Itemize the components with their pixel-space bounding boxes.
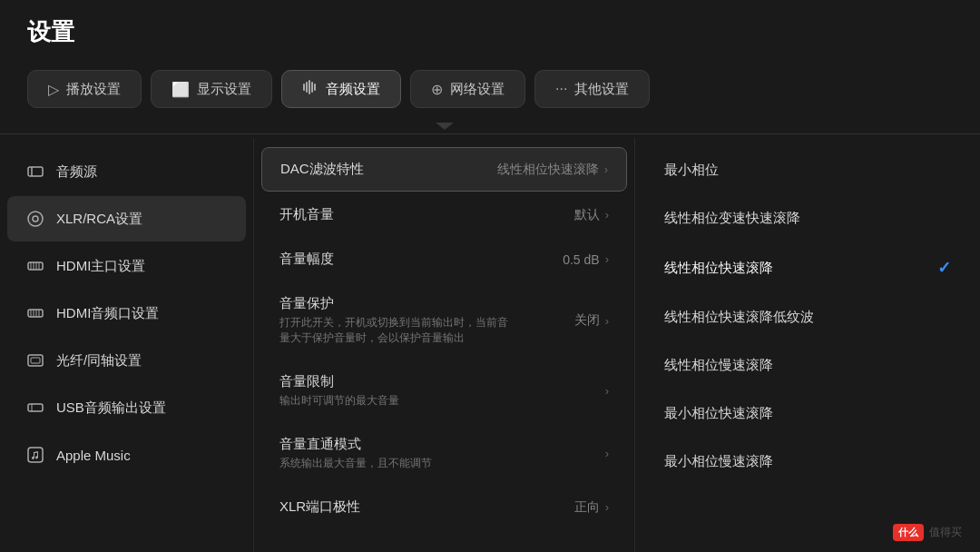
tab-other-label: 其他设置 [574, 81, 629, 98]
right-item-linear-fast[interactable]: 线性相位快速滚降 ✓ [642, 243, 973, 292]
volume-protect-desc: 打开此开关，开机或切换到当前输出时，当前音量大于保护音量时，会以保护音量输出 [279, 315, 515, 346]
usb-audio-icon [25, 398, 45, 418]
volume-passthrough-title: 音量直通模式 [279, 436, 432, 453]
menu-item-startup-volume[interactable]: 开机音量 默认 › [261, 193, 627, 236]
right-item-linear-fast-lowripple[interactable]: 线性相位快速滚降低纹波 [642, 294, 973, 340]
tab-audio-label: 音频设置 [326, 81, 380, 98]
other-icon: ··· [555, 81, 567, 97]
sidebar-item-audio-source[interactable]: 音频源 [7, 149, 246, 194]
tab-network-label: 网络设置 [450, 81, 505, 98]
right-panel: 最小相位 线性相位变速快速滚降 线性相位快速滚降 ✓ 线性相位快速滚降低纹波 线… [635, 138, 980, 552]
dac-filter-chevron: › [604, 163, 608, 176]
volume-limit-desc: 输出时可调节的最大音量 [279, 393, 399, 409]
sidebar-apple-music-label: Apple Music [56, 448, 131, 463]
svg-rect-19 [28, 355, 43, 366]
xlr-polarity-title: XLR端口极性 [279, 498, 360, 516]
main-divider [0, 133, 980, 134]
volume-limit-right: › [605, 384, 609, 398]
hdmi-main-icon [25, 256, 45, 276]
watermark-text: 值得买 [929, 525, 962, 540]
tab-playback[interactable]: ▷ 播放设置 [27, 70, 142, 108]
volume-limit-chevron: › [605, 384, 609, 398]
svg-rect-23 [28, 448, 43, 462]
audio-icon [302, 80, 318, 98]
audio-source-icon [25, 162, 45, 182]
svg-point-8 [33, 216, 38, 222]
page-title: 设置 [27, 16, 953, 48]
sidebar-audio-source-label: 音频源 [56, 163, 97, 181]
volume-range-value: 0.5 dB [563, 252, 599, 267]
dac-filter-value: 线性相位快速滚降 [497, 162, 599, 178]
menu-item-volume-range[interactable]: 音量幅度 0.5 dB › [261, 238, 627, 281]
tab-bar: ▷ 播放设置 ⬜ 显示设置 音频设置 ⊕ 网络设置 ··· 其他设置 [0, 70, 980, 108]
svg-rect-0 [303, 84, 305, 91]
sidebar-item-optical[interactable]: 光纤/同轴设置 [7, 338, 246, 383]
right-item-linear-fast-lowripple-label: 线性相位快速滚降低纹波 [664, 309, 814, 326]
sidebar-item-xlr-rca[interactable]: XLR/RCA设置 [7, 196, 246, 242]
display-icon: ⬜ [172, 81, 190, 98]
sidebar-item-hdmi-main[interactable]: HDMI主口设置 [7, 243, 246, 289]
dac-filter-right: 线性相位快速滚降 › [497, 162, 608, 178]
startup-volume-title: 开机音量 [279, 206, 334, 223]
network-icon: ⊕ [431, 81, 443, 98]
startup-volume-chevron: › [605, 208, 609, 222]
xlr-polarity-value: 正向 [574, 499, 600, 516]
sidebar-optical-label: 光纤/同轴设置 [56, 352, 142, 370]
svg-rect-5 [28, 167, 43, 176]
sidebar-item-usb-audio[interactable]: USB音频输出设置 [7, 385, 246, 430]
svg-rect-1 [306, 82, 308, 93]
right-item-linear-variable-label: 线性相位变速快速滚降 [664, 210, 800, 227]
svg-rect-9 [28, 262, 43, 270]
svg-point-7 [28, 212, 43, 226]
startup-volume-left: 开机音量 [279, 206, 334, 223]
right-item-min-phase-fast[interactable]: 最小相位快速滚降 [642, 390, 973, 437]
optical-icon [25, 350, 45, 370]
svg-rect-14 [28, 310, 43, 317]
main-content: 音频源 XLR/RCA设置 HDMI主口设置 [0, 138, 980, 552]
watermark-badge: 什么 [893, 524, 924, 541]
tab-network[interactable]: ⊕ 网络设置 [410, 70, 525, 108]
selected-checkmark: ✓ [937, 258, 951, 278]
volume-passthrough-right: › [605, 447, 609, 460]
dac-filter-title: DAC滤波特性 [280, 161, 364, 178]
startup-volume-value: 默认 [574, 207, 600, 223]
settings-header: 设置 [0, 0, 980, 70]
xlr-polarity-chevron: › [605, 500, 609, 514]
svg-rect-3 [311, 82, 313, 93]
sidebar-hdmi-audio-label: HDMI音频口设置 [56, 305, 159, 322]
apple-music-icon [25, 445, 45, 465]
sidebar-hdmi-main-label: HDMI主口设置 [56, 258, 145, 275]
volume-protect-chevron: › [605, 314, 609, 328]
volume-protect-title: 音量保护 [279, 295, 515, 312]
volume-range-right: 0.5 dB › [563, 252, 609, 267]
menu-item-volume-limit[interactable]: 音量限制 输出时可调节的最大音量 › [261, 360, 627, 421]
menu-item-volume-protect[interactable]: 音量保护 打开此开关，开机或切换到当前输出时，当前音量大于保护音量时，会以保护音… [261, 282, 627, 359]
volume-range-title: 音量幅度 [279, 251, 334, 268]
right-item-min-phase-label: 最小相位 [664, 162, 719, 179]
sidebar-item-apple-music[interactable]: Apple Music [7, 432, 246, 478]
xlr-polarity-left: XLR端口极性 [279, 498, 360, 516]
right-item-min-phase[interactable]: 最小相位 [642, 147, 973, 193]
tab-audio[interactable]: 音频设置 [281, 70, 401, 108]
xlr-rca-icon [25, 209, 45, 229]
tab-display[interactable]: ⬜ 显示设置 [151, 70, 272, 108]
menu-item-dac-filter[interactable]: DAC滤波特性 线性相位快速滚降 › [261, 147, 627, 192]
menu-item-volume-passthrough[interactable]: 音量直通模式 系统输出最大音量，且不能调节 › [261, 423, 627, 484]
right-item-min-phase-slow[interactable]: 最小相位慢速滚降 [642, 439, 973, 485]
volume-passthrough-left: 音量直通模式 系统输出最大音量，且不能调节 [279, 436, 432, 471]
volume-range-chevron: › [605, 252, 609, 266]
tab-other[interactable]: ··· 其他设置 [534, 70, 650, 108]
tab-playback-label: 播放设置 [66, 81, 121, 98]
volume-protect-right: 关闭 › [574, 312, 609, 329]
sidebar-item-hdmi-audio[interactable]: HDMI音频口设置 [7, 291, 246, 336]
volume-limit-left: 音量限制 输出时可调节的最大音量 [279, 373, 399, 409]
right-item-linear-slow[interactable]: 线性相位慢速滚降 [642, 342, 973, 389]
menu-item-xlr-polarity[interactable]: XLR端口极性 正向 › [261, 486, 627, 528]
sidebar: 音频源 XLR/RCA设置 HDMI主口设置 [0, 138, 254, 552]
right-item-linear-variable[interactable]: 线性相位变速快速滚降 [642, 195, 973, 242]
startup-volume-right: 默认 › [574, 207, 609, 223]
middle-panel: DAC滤波特性 线性相位快速滚降 › 开机音量 默认 › 音量幅度 0.5 dB… [254, 138, 635, 552]
right-item-min-phase-slow-label: 最小相位慢速滚降 [664, 453, 773, 470]
svg-rect-20 [31, 358, 40, 363]
right-item-min-phase-fast-label: 最小相位快速滚降 [664, 405, 773, 422]
